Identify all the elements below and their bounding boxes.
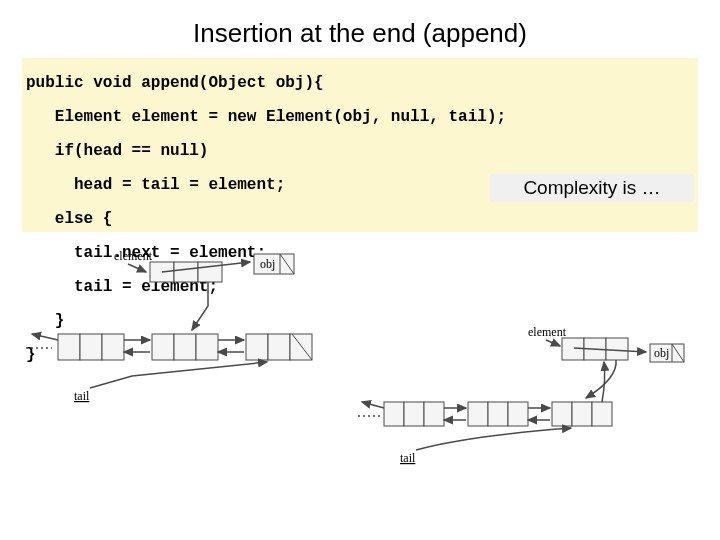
svg-line-9 <box>32 334 58 340</box>
label-tail: tail <box>74 389 90 403</box>
svg-rect-41 <box>508 402 528 426</box>
svg-rect-46 <box>592 402 612 426</box>
label-obj: obj <box>260 257 275 271</box>
svg-line-3 <box>128 264 146 272</box>
label-element: element <box>528 325 567 339</box>
svg-rect-26 <box>606 338 628 360</box>
svg-line-33 <box>362 402 384 408</box>
svg-rect-1 <box>174 262 198 282</box>
linked-list-diagram: element obj tail element obj <box>22 248 698 528</box>
svg-rect-35 <box>404 402 424 426</box>
label-element: element <box>114 249 153 263</box>
svg-rect-11 <box>80 334 102 360</box>
svg-rect-45 <box>572 402 592 426</box>
svg-rect-21 <box>268 334 290 360</box>
svg-rect-15 <box>152 334 174 360</box>
svg-rect-20 <box>246 334 268 360</box>
svg-rect-39 <box>468 402 488 426</box>
svg-rect-44 <box>552 402 572 426</box>
label-tail: tail <box>400 451 416 465</box>
code-line: public void append(Object obj){ <box>22 75 698 92</box>
svg-line-27 <box>546 340 560 346</box>
label-obj: obj <box>654 346 669 360</box>
svg-rect-40 <box>488 402 508 426</box>
svg-rect-34 <box>384 402 404 426</box>
svg-rect-16 <box>174 334 196 360</box>
code-line: else { <box>22 211 698 228</box>
code-line: if(head == null) <box>22 143 698 160</box>
code-line: Element element = new Element(obj, null,… <box>22 109 698 126</box>
svg-rect-10 <box>58 334 80 360</box>
code-block: public void append(Object obj){ Element … <box>22 58 698 232</box>
svg-rect-12 <box>102 334 124 360</box>
complexity-label: Complexity is … <box>490 174 694 202</box>
page-title: Insertion at the end (append) <box>0 18 720 49</box>
svg-rect-17 <box>196 334 218 360</box>
svg-rect-36 <box>424 402 444 426</box>
